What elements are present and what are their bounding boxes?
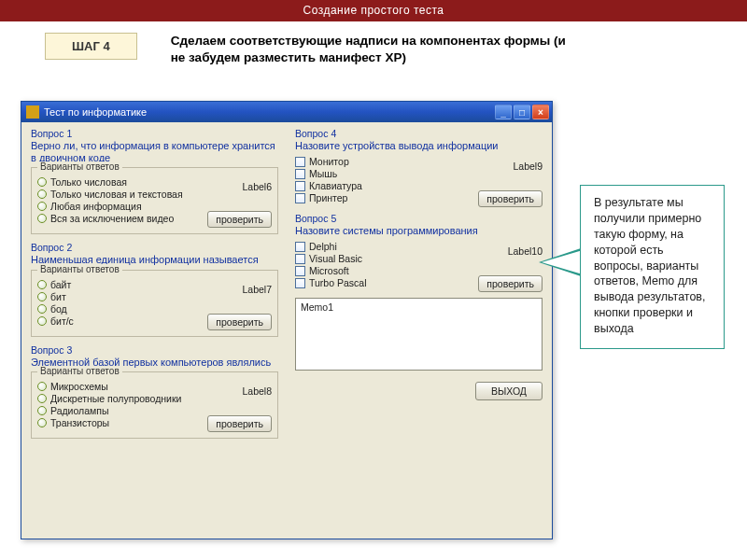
option-label: Delphi	[309, 241, 337, 252]
option-label: бит/с	[50, 315, 74, 327]
check-option[interactable]: Turbo Pascal	[295, 277, 472, 288]
check-option[interactable]: Visual Basic	[295, 253, 472, 264]
option-label: Микросхемы	[50, 381, 108, 392]
radio-icon	[37, 418, 47, 427]
checkbox-icon	[295, 169, 305, 179]
check-button[interactable]: проверить	[207, 211, 272, 228]
close-button[interactable]: ×	[532, 105, 549, 119]
header-row: ШАГ 4 Сделаем соответствующие надписи на…	[0, 21, 747, 74]
option-label: Клавиатура	[309, 180, 362, 191]
memo-output[interactable]: Memo1	[295, 298, 543, 371]
radio-icon	[37, 202, 47, 211]
question-text: Назовите системы программирования	[295, 225, 543, 237]
option-label: бод	[50, 303, 67, 315]
radio-icon	[37, 280, 47, 289]
checkbox-icon	[295, 278, 305, 288]
titlebar[interactable]: Тест по информатике _ □ ×	[21, 102, 552, 122]
app-window: Тест по информатике _ □ × Вопрос 1 Верно…	[21, 101, 553, 539]
groupbox-legend: Варианты ответов	[37, 366, 122, 376]
radio-icon	[37, 382, 47, 391]
minimize-button[interactable]: _	[495, 105, 512, 119]
question-4: Вопрос 4 Назовите устройства вывода инфо…	[295, 128, 543, 207]
option-label: Только числовая	[50, 176, 127, 188]
result-label: Label10	[508, 245, 543, 257]
instruction-text: Сделаем соответствующие надписи на компо…	[171, 33, 572, 66]
option-label: Мышь	[309, 168, 337, 179]
radio-icon	[37, 292, 47, 301]
radio-option[interactable]: Любая информация	[37, 201, 202, 212]
option-label: Радиолампы	[50, 405, 109, 416]
question-3: Вопрос 3 Элементной базой первых компьют…	[31, 344, 278, 441]
radio-icon	[37, 316, 47, 326]
left-column: Вопрос 1 Верно ли, что информация в комп…	[31, 128, 278, 533]
radio-option[interactable]: бит	[37, 291, 202, 302]
option-label: Microsoft	[309, 265, 349, 276]
answers-groupbox: Варианты ответов Только числовая Только …	[31, 167, 278, 234]
checkbox-icon	[295, 254, 305, 264]
radio-icon	[37, 214, 47, 223]
radio-option[interactable]: Только числовая	[37, 176, 202, 188]
option-label: Принтер	[309, 192, 347, 203]
option-label: Любая информация	[50, 201, 142, 212]
check-option[interactable]: Монитор	[295, 156, 472, 167]
question-1: Вопрос 1 Верно ли, что информация в комп…	[31, 128, 278, 236]
radio-option[interactable]: Вся за исключением видео	[37, 213, 202, 224]
check-option[interactable]: Delphi	[295, 241, 472, 252]
check-button[interactable]: проверить	[207, 415, 272, 432]
question-5: Вопрос 5 Назовите системы программирован…	[295, 213, 543, 292]
maximize-button[interactable]: □	[514, 105, 530, 119]
question-number: Вопрос 1	[31, 128, 278, 139]
radio-option[interactable]: Дискретные полупроводники	[37, 393, 202, 404]
radio-icon	[37, 406, 47, 415]
radio-option[interactable]: бод	[37, 303, 202, 315]
app-icon	[26, 105, 39, 119]
option-label: Только числовая и текстовая	[50, 189, 183, 200]
window-title: Тест по информатике	[44, 106, 493, 118]
question-number: Вопрос 3	[31, 344, 278, 356]
groupbox-legend: Варианты ответов	[37, 264, 122, 274]
step-badge: ШАГ 4	[45, 33, 137, 60]
result-label: Label6	[242, 181, 272, 192]
callout-pointer-icon	[539, 247, 584, 277]
slide-banner: Создание простого теста	[0, 0, 747, 21]
radio-option[interactable]: Микросхемы	[37, 381, 202, 392]
check-option[interactable]: Принтер	[295, 192, 472, 203]
question-number: Вопрос 2	[31, 242, 278, 253]
result-label: Label8	[242, 385, 272, 397]
radio-option[interactable]: Транзисторы	[37, 417, 202, 428]
check-button[interactable]: проверить	[478, 190, 543, 207]
check-option[interactable]: Мышь	[295, 168, 472, 179]
checkbox-icon	[295, 181, 305, 191]
check-option[interactable]: Клавиатура	[295, 180, 472, 191]
answers-groupbox: Варианты ответов Микросхемы Дискретные п…	[31, 371, 278, 439]
radio-option[interactable]: Радиолампы	[37, 405, 202, 416]
question-number: Вопрос 4	[295, 128, 543, 139]
radio-icon	[37, 304, 47, 314]
checkbox-icon	[295, 193, 305, 203]
option-label: Дискретные полупроводники	[50, 393, 181, 404]
question-2: Вопрос 2 Наименьшая единица информации н…	[31, 242, 278, 338]
result-label: Label9	[513, 161, 543, 172]
exit-button[interactable]: ВЫХОД	[475, 382, 543, 400]
option-label: Turbo Pascal	[309, 277, 366, 288]
right-column: Вопрос 4 Назовите устройства вывода инфо…	[295, 128, 543, 533]
radio-option[interactable]: байт	[37, 279, 202, 290]
answers-groupbox: Варианты ответов байт бит бод бит/с Labe…	[31, 270, 278, 337]
client-area: Вопрос 1 Верно ли, что информация в комп…	[21, 122, 552, 539]
option-label: Visual Basic	[309, 253, 362, 264]
check-button[interactable]: проверить	[207, 314, 272, 330]
question-number: Вопрос 5	[295, 213, 543, 224]
check-button[interactable]: проверить	[478, 275, 543, 292]
check-option[interactable]: Microsoft	[295, 265, 472, 276]
checkbox-icon	[295, 242, 305, 252]
option-label: Монитор	[309, 156, 349, 167]
groupbox-legend: Варианты ответов	[37, 161, 122, 172]
radio-icon	[37, 189, 47, 199]
radio-option[interactable]: бит/с	[37, 315, 202, 327]
radio-icon	[37, 394, 47, 403]
option-label: Транзисторы	[50, 417, 109, 428]
option-label: бит	[50, 291, 66, 302]
question-text: Назовите устройства вывода информации	[295, 140, 543, 152]
radio-option[interactable]: Только числовая и текстовая	[37, 189, 202, 200]
option-label: Вся за исключением видео	[50, 213, 174, 224]
